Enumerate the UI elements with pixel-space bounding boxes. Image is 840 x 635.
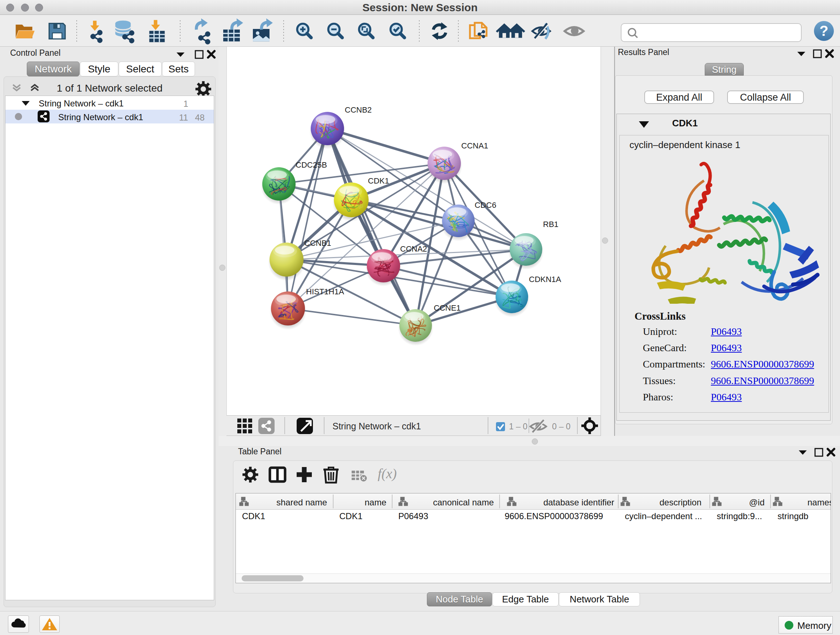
- svg-text:P06493: P06493: [398, 511, 428, 521]
- svg-text:CCNE1: CCNE1: [434, 303, 461, 312]
- svg-text:stringdb:9...: stringdb:9...: [717, 511, 762, 521]
- svg-text:name: name: [365, 497, 386, 507]
- svg-text:canonical name: canonical name: [433, 497, 494, 507]
- svg-text:RB1: RB1: [543, 220, 559, 229]
- svg-text:description: description: [660, 497, 701, 507]
- svg-text:@id: @id: [749, 497, 764, 507]
- svg-text:CDC6: CDC6: [475, 201, 496, 210]
- svg-text:CDK1: CDK1: [242, 511, 265, 521]
- svg-text:stringdb: stringdb: [777, 511, 808, 521]
- svg-text:CCNB1: CCNB1: [304, 239, 332, 248]
- svg-text:shared name: shared name: [276, 497, 327, 507]
- svg-text:CDKN1A: CDKN1A: [529, 275, 561, 284]
- svg-text:9606.ENSP00000378699: 9606.ENSP00000378699: [505, 511, 603, 521]
- svg-text:CDK1: CDK1: [368, 176, 389, 185]
- svg-text:HIST1H1A: HIST1H1A: [306, 287, 344, 296]
- svg-text:cyclin–dependent ...: cyclin–dependent ...: [625, 511, 702, 521]
- svg-text:namespace: namespace: [807, 497, 831, 507]
- svg-text:CDC25B: CDC25B: [295, 160, 327, 169]
- svg-text:CCNA2: CCNA2: [400, 244, 427, 253]
- svg-text:CCNB2: CCNB2: [345, 105, 372, 114]
- svg-text:CCNA1: CCNA1: [461, 141, 488, 150]
- svg-text:database identifier: database identifier: [543, 497, 614, 507]
- svg-text:CDK1: CDK1: [339, 511, 363, 521]
